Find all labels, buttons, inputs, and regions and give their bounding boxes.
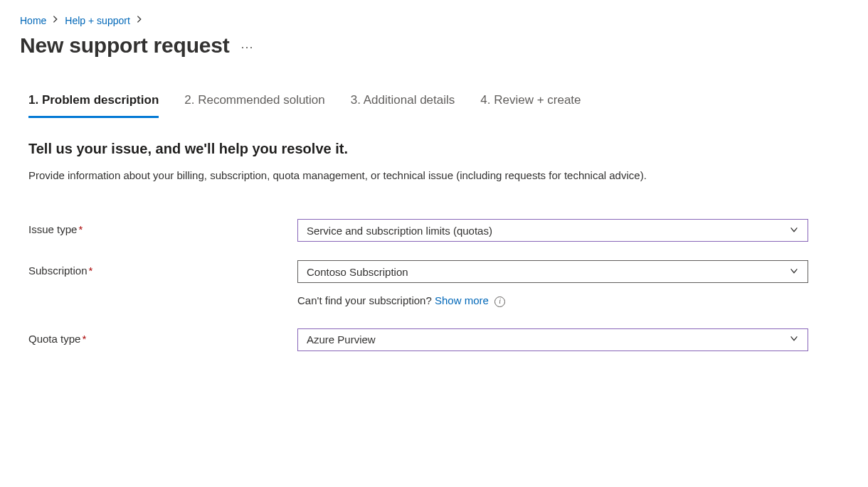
tab-review-create[interactable]: 4. Review + create (480, 93, 581, 118)
chevron-down-icon (789, 333, 799, 346)
section-heading: Tell us your issue, and we'll help you r… (28, 141, 848, 157)
form-row-quota-type: Quota type* Azure Purview (28, 328, 848, 351)
tab-recommended-solution[interactable]: 2. Recommended solution (184, 93, 325, 118)
required-indicator: * (82, 333, 86, 345)
quota-type-select[interactable]: Azure Purview (297, 328, 808, 351)
required-indicator: * (89, 264, 93, 277)
breadcrumb: Home Help + support (20, 14, 848, 26)
quota-type-label: Quota type* (28, 328, 297, 345)
issue-type-value: Service and subscription limits (quotas) (307, 225, 492, 237)
chevron-right-icon (134, 14, 144, 26)
subscription-label: Subscription* (28, 260, 297, 277)
subscription-select[interactable]: Contoso Subscription (297, 260, 808, 283)
issue-type-select[interactable]: Service and subscription limits (quotas) (297, 219, 808, 242)
form-row-subscription: Subscription* Contoso Subscription Can't… (28, 260, 848, 307)
tab-problem-description[interactable]: 1. Problem description (28, 93, 159, 118)
chevron-down-icon (789, 225, 799, 237)
issue-type-label: Issue type* (28, 219, 297, 235)
chevron-right-icon (51, 14, 60, 26)
tabs: 1. Problem description 2. Recommended so… (28, 93, 848, 118)
chevron-down-icon (789, 266, 799, 278)
quota-type-value: Azure Purview (307, 333, 376, 346)
info-icon[interactable]: i (494, 296, 505, 307)
page-title: New support request (20, 33, 230, 58)
required-indicator: * (78, 223, 83, 235)
helper-static-text: Can't find your subscription? (297, 294, 435, 306)
subscription-value: Contoso Subscription (307, 266, 408, 278)
tab-additional-details[interactable]: 3. Additional details (351, 93, 455, 118)
page-title-row: New support request ··· (20, 33, 848, 58)
section-subtext: Provide information about your billing, … (28, 167, 811, 183)
breadcrumb-help-support[interactable]: Help + support (65, 15, 129, 26)
show-more-link[interactable]: Show more (435, 294, 489, 306)
breadcrumb-home[interactable]: Home (20, 15, 46, 26)
subscription-helper: Can't find your subscription? Show more … (297, 294, 808, 307)
more-icon[interactable]: ··· (241, 40, 254, 55)
form-row-issue-type: Issue type* Service and subscription lim… (28, 219, 848, 242)
